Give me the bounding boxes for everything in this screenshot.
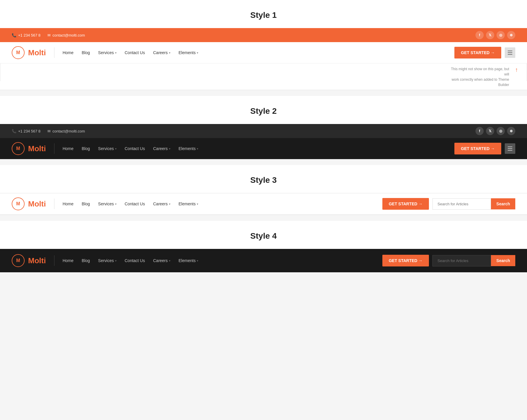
careers3-chevron: ▾ (169, 202, 170, 206)
nav4-elements[interactable]: Elements ▾ (179, 258, 198, 263)
gap1 (0, 90, 527, 96)
style2-block: 📞 +1 234 567 8 ✉ contact@molti.com f 𝕏 ◎… (0, 124, 527, 159)
twitter2-icon[interactable]: 𝕏 (486, 127, 494, 135)
style1-topbar: 📞 +1 234 567 8 ✉ contact@molti.com f 𝕏 ◎… (0, 28, 527, 42)
nav4-careers[interactable]: Careers ▾ (153, 258, 170, 263)
nav2-home[interactable]: Home (63, 146, 73, 151)
topbar2-left: 📞 +1 234 567 8 ✉ contact@molti.com (12, 129, 85, 133)
careers2-chevron: ▾ (169, 147, 170, 150)
nav3-services[interactable]: Services ▾ (98, 202, 117, 206)
logo2-divider (54, 143, 54, 154)
nav3-home[interactable]: Home (63, 202, 73, 206)
nav2-elements[interactable]: Elements ▾ (179, 146, 198, 151)
style3-title: Style 3 (0, 165, 527, 193)
email-contact: ✉ contact@molti.com (47, 33, 85, 37)
logo-divider (54, 47, 54, 58)
hamburger2-line-1 (508, 147, 512, 147)
email2-address: contact@molti.com (52, 129, 85, 133)
phone-icon: 📞 (12, 33, 16, 37)
services2-chevron: ▾ (115, 147, 117, 150)
facebook-icon[interactable]: f (475, 31, 484, 39)
nav-services[interactable]: Services ▾ (98, 50, 117, 55)
scroll-area: This might not show on this page, but wi… (0, 63, 527, 81)
style4-block: M Molti Home Blog Services ▾ Contact Us … (0, 249, 527, 272)
navbar-right: GET STARTED → (454, 47, 515, 58)
scroll-to-top-arrow[interactable]: ↑ (515, 66, 518, 73)
nav2-services[interactable]: Services ▾ (98, 146, 117, 151)
search4-input[interactable] (432, 255, 491, 266)
style2-navbar: M Molti Home Blog Services ▾ Contact Us … (0, 138, 527, 159)
gap3 (0, 215, 527, 221)
nav2-links: Home Blog Services ▾ Contact Us Careers … (63, 146, 198, 151)
logo3-text: Molti (28, 199, 46, 209)
facebook2-icon[interactable]: f (475, 127, 484, 135)
hamburger-line-3 (508, 54, 512, 55)
style3-navbar: M Molti Home Blog Services ▾ Contact Us … (0, 193, 527, 215)
phone2-contact: 📞 +1 234 567 8 (12, 129, 40, 133)
nav-careers[interactable]: Careers ▾ (153, 50, 170, 55)
style1-navbar: M Molti Home Blog Services ▾ Contact Us … (0, 42, 527, 63)
get-started4-button[interactable]: GET STARTED → (382, 255, 429, 266)
search4-button[interactable]: Search (491, 255, 515, 266)
topbar2-social: f 𝕏 ◎ ⊕ (475, 127, 515, 135)
dribbble2-icon[interactable]: ⊕ (507, 127, 515, 135)
nav2-blog[interactable]: Blog (82, 146, 90, 151)
style2-title: Style 2 (0, 96, 527, 124)
nav4-services[interactable]: Services ▾ (98, 258, 117, 263)
dribbble-icon[interactable]: ⊕ (507, 31, 515, 39)
logo2-area: M Molti Home Blog Services ▾ Contact Us … (12, 142, 198, 155)
nav-elements[interactable]: Elements ▾ (179, 50, 198, 55)
navbar2-right: GET STARTED → (454, 143, 515, 154)
hamburger-menu[interactable] (505, 47, 515, 58)
elements3-chevron: ▾ (197, 202, 198, 206)
nav4-home[interactable]: Home (63, 258, 73, 263)
nav3-contact[interactable]: Contact Us (125, 202, 145, 206)
logo4-divider (54, 255, 54, 266)
nav-blog[interactable]: Blog (82, 50, 90, 55)
nav3-blog[interactable]: Blog (82, 202, 90, 206)
careers4-chevron: ▾ (169, 259, 170, 262)
search3-area: Search (432, 198, 515, 210)
nav-links: Home Blog Services ▾ Contact Us Careers … (63, 50, 198, 55)
hamburger2-line-2 (508, 148, 512, 149)
hamburger-line-2 (508, 52, 512, 53)
instagram-icon[interactable]: ◎ (497, 31, 505, 39)
topbar-left: 📞 +1 234 567 8 ✉ contact@molti.com (12, 33, 85, 37)
logo2-text: Molti (28, 144, 46, 153)
services4-chevron: ▾ (115, 259, 117, 262)
nav-contact[interactable]: Contact Us (125, 50, 145, 55)
phone-contact: 📞 +1 234 567 8 (12, 33, 40, 37)
get-started-button[interactable]: GET STARTED → (454, 47, 501, 58)
email-icon: ✉ (47, 33, 51, 37)
search3-input[interactable] (432, 198, 491, 210)
style3-block: M Molti Home Blog Services ▾ Contact Us … (0, 193, 527, 215)
logo-icon: M (12, 46, 25, 59)
nav2-careers[interactable]: Careers ▾ (153, 146, 170, 151)
services3-chevron: ▾ (115, 202, 117, 206)
bottom-gap (0, 272, 527, 290)
nav-home[interactable]: Home (63, 50, 73, 55)
theme-builder-note: This might not show on this page, but wi… (451, 66, 509, 87)
navbar3-right: GET STARTED → Search (382, 198, 515, 210)
nav2-contact[interactable]: Contact Us (125, 146, 145, 151)
nav3-careers[interactable]: Careers ▾ (153, 202, 170, 206)
logo4-icon: M (12, 254, 25, 267)
search4-area: Search (432, 255, 515, 266)
nav3-elements[interactable]: Elements ▾ (179, 202, 198, 206)
nav4-blog[interactable]: Blog (82, 258, 90, 263)
search3-button[interactable]: Search (491, 198, 515, 209)
phone2-icon: 📞 (12, 129, 16, 133)
get-started2-button[interactable]: GET STARTED → (454, 143, 501, 154)
phone2-number: +1 234 567 8 (18, 129, 40, 133)
phone-number: +1 234 567 8 (18, 33, 40, 37)
nav4-contact[interactable]: Contact Us (125, 258, 145, 263)
logo3-divider (54, 199, 54, 209)
instagram2-icon[interactable]: ◎ (497, 127, 505, 135)
logo4-area: M Molti Home Blog Services ▾ Contact Us … (12, 254, 198, 267)
logo3-icon: M (12, 197, 25, 210)
get-started3-button[interactable]: GET STARTED → (382, 198, 429, 210)
services-chevron: ▾ (115, 51, 117, 54)
twitter-icon[interactable]: 𝕏 (486, 31, 494, 39)
hamburger2-menu[interactable] (505, 143, 515, 154)
logo-area: M Molti Home Blog Services ▾ Contact Us … (12, 46, 198, 59)
